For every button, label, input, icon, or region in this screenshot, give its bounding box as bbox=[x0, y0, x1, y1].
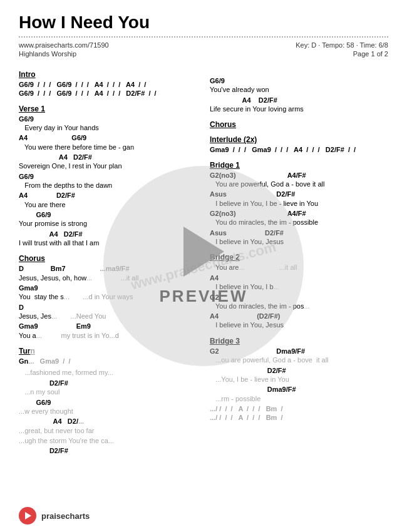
section-verse1-label: Verse 1 bbox=[19, 105, 197, 113]
ch-l4: You a... my trust is in Yo...d bbox=[19, 331, 197, 340]
b3-c1: G2 Dma9/F# bbox=[210, 347, 388, 356]
ch-l3: Jesus, Jes... ...Need You bbox=[19, 312, 197, 321]
v1-c1: G6/9 bbox=[19, 115, 197, 123]
intro-chord-2: G6/9 / / / G6/9 / / / A4 / / / D2/F# / / bbox=[19, 89, 197, 98]
ch-l1: Jesus, Jesus, oh, how... ...it all bbox=[19, 274, 197, 283]
turn-c5: D2/F# bbox=[19, 446, 197, 455]
section-chorus-left: Chorus D Bm7 ...ma9/F# Jesus, Jesus, oh,… bbox=[19, 254, 197, 340]
b1-c1: G2(no3) A4/F# bbox=[210, 171, 388, 180]
pre-c2: A4 D2/F# bbox=[210, 96, 388, 105]
section-bridge1-label: Bridge 1 bbox=[210, 161, 388, 170]
v1-l1: Every day in Your hands bbox=[19, 123, 197, 133]
page: How I Need You www.praisecharts.com/7159… bbox=[0, 0, 407, 532]
section-chorus-left-label: Chorus bbox=[19, 254, 197, 263]
v1-c2: A4 G6/9 bbox=[19, 133, 197, 142]
b1-l4: I believe in You, Jesus bbox=[210, 237, 388, 247]
section-pre-right: G6/9 You've already won A4 D2/F# Life se… bbox=[210, 68, 388, 114]
footer-brand: praisecharts bbox=[41, 511, 90, 521]
turn-c2: D2/F# bbox=[19, 379, 197, 387]
section-bridge3: Bridge 3 G2 Dma9/F# ...ou are powerful, … bbox=[210, 337, 388, 422]
artist: Highlands Worship bbox=[19, 50, 76, 58]
section-turn-label: Turn bbox=[19, 347, 197, 356]
v1-c3: A4 D2/F# bbox=[19, 153, 197, 161]
b2-c2: G2 bbox=[210, 293, 388, 302]
b3-l3: ...rm - possible bbox=[210, 394, 388, 404]
content-area: Intro G6/9 / / / G6/9 / / / A4 / / / A4 … bbox=[19, 64, 388, 456]
v1-l7: I will trust with all that I am bbox=[19, 238, 197, 248]
footer-play-icon bbox=[25, 512, 31, 519]
right-column: G6/9 You've already won A4 D2/F# Life se… bbox=[210, 64, 388, 456]
section-intro: Intro G6/9 / / / G6/9 / / / A4 / / / A4 … bbox=[19, 70, 197, 98]
section-chorus-right-label: Chorus bbox=[210, 120, 388, 129]
key: Key: D bbox=[296, 41, 316, 49]
v1-l6: Your promise is strong bbox=[19, 219, 197, 228]
turn-c4: A4 D2/... bbox=[19, 417, 197, 426]
b2-c1: A4 bbox=[210, 274, 388, 282]
time-sig: Time: 6/8 bbox=[360, 41, 388, 49]
pre-l2: Life secure in Your loving arms bbox=[210, 105, 388, 114]
b2-l0: You are... ...it all bbox=[210, 263, 388, 272]
turn-l1: ...fashioned me, formed my... bbox=[19, 368, 197, 377]
b3-c3: Dma9/F# bbox=[210, 385, 388, 394]
section-bridge2-label: Bridge 2 bbox=[210, 253, 388, 262]
ch-c2: Gma9 bbox=[19, 284, 197, 292]
footer-logo[interactable] bbox=[19, 507, 36, 524]
turn-l4: ...great, but never too far bbox=[19, 426, 197, 436]
section-interlude: Interlude (2x) Gma9 / / / Gma9 / / / A4 … bbox=[210, 135, 388, 154]
b3-c5: .../ / / / A / / / Bm / bbox=[210, 413, 388, 422]
b1-c2: Asus D2/F# bbox=[210, 190, 388, 198]
b3-l1: ...ou are powerful, God a - bove it all bbox=[210, 356, 388, 365]
v1-l3: Sovereign One, I rest in Your plan bbox=[19, 161, 197, 171]
ch-c4: Gma9 Em9 bbox=[19, 322, 197, 330]
v1-l5: You are there bbox=[19, 200, 197, 210]
turn-l2: ...n my soul bbox=[19, 387, 197, 397]
v1-l2: You were there before time be - gan bbox=[19, 143, 197, 152]
b2-l3: I believe in You, Jesus bbox=[210, 320, 388, 330]
section-turn: Turn Gn... Gma9 / / ...fashioned me, for… bbox=[19, 347, 197, 455]
b1-c3: G2(no3) A4/F# bbox=[210, 209, 388, 218]
b1-l3: You do miracles, the im - possible bbox=[210, 218, 388, 227]
interlude-chord: Gma9 / / / Gma9 / / / A4 / / / D2/F# / / bbox=[210, 145, 388, 154]
page-number: Page 1 of 2 bbox=[353, 50, 388, 58]
b3-l2: ...You, I be - lieve in You bbox=[210, 375, 388, 384]
b1-l2: I believe in You, I be - lieve in You bbox=[210, 199, 388, 208]
v1-c4: G6/9 bbox=[19, 172, 197, 181]
ch-l2: You stay the s... ...d in Your ways bbox=[19, 292, 197, 302]
turn-c1: Gn... Gma9 / / bbox=[19, 357, 197, 366]
b2-l2: You do miracles, the im - pos... bbox=[210, 302, 388, 311]
pre-l1: You've already won bbox=[210, 85, 388, 95]
title: How I Need You bbox=[19, 13, 388, 33]
ch-c3: D bbox=[19, 303, 197, 312]
section-chorus-right: Chorus bbox=[210, 120, 388, 129]
tempo: Tempo: 58 bbox=[322, 41, 354, 49]
b2-c3: A4 (D2/F#) bbox=[210, 312, 388, 320]
turn-c3: G6/9 bbox=[19, 398, 197, 407]
left-column: Intro G6/9 / / / G6/9 / / / A4 / / / A4 … bbox=[19, 64, 197, 456]
section-bridge3-label: Bridge 3 bbox=[210, 337, 388, 345]
v1-c5: A4 D2/F# bbox=[19, 191, 197, 200]
section-bridge1: Bridge 1 G2(no3) A4/F# You are powerful,… bbox=[210, 161, 388, 247]
intro-chord-1: G6/9 / / / G6/9 / / / A4 / / / A4 / / bbox=[19, 80, 197, 89]
section-verse1: Verse 1 G6/9 Every day in Your hands A4 … bbox=[19, 105, 197, 248]
v1-c6: G6/9 bbox=[19, 210, 197, 219]
b3-c2: D2/F# bbox=[210, 366, 388, 375]
b1-l1: You are powerful, God a - bove it all bbox=[210, 180, 388, 189]
section-interlude-label: Interlude (2x) bbox=[210, 135, 388, 144]
footer: praisecharts bbox=[19, 507, 90, 524]
turn-l5: ...ugh the storm You're the ca... bbox=[19, 436, 197, 446]
v1-c7: A4 D2/F# bbox=[19, 230, 197, 238]
section-intro-label: Intro bbox=[19, 70, 197, 79]
ch-c1: D Bm7 ...ma9/F# bbox=[19, 264, 197, 273]
turn-l3: ...w every thought bbox=[19, 407, 197, 416]
section-bridge2: Bridge 2 You are... ...it all A4 I belie… bbox=[210, 253, 388, 330]
divider bbox=[19, 36, 388, 38]
pre-c1: G6/9 bbox=[210, 76, 388, 85]
b1-c4: Asus D2/F# bbox=[210, 228, 388, 237]
b2-l1: I believe in You, I b... bbox=[210, 282, 388, 292]
v1-l4: From the depths to the dawn bbox=[19, 181, 197, 190]
b3-c4: .../ / / / A / / / Bm / bbox=[210, 404, 388, 413]
url: www.praisecharts.com/71590 bbox=[19, 41, 109, 49]
